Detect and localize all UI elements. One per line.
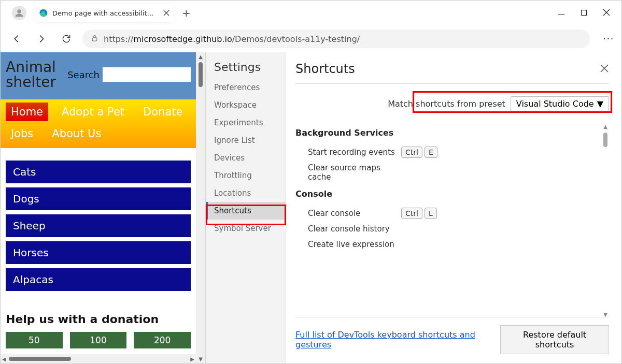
address-bar[interactable]: https://microsoftedge.github.io/Demos/de… (82, 30, 590, 48)
shortcut-name: Start recording events (308, 148, 401, 157)
tab-title: Demo page with accessibility issue (52, 9, 156, 17)
preset-label: Match shortcuts from preset (388, 99, 505, 109)
preset-row: Match shortcuts from preset Visual Studi… (295, 96, 609, 111)
animal-item-horses[interactable]: Horses (6, 241, 191, 264)
scroll-up-icon[interactable]: ▲ (199, 52, 203, 61)
window-minimize-icon[interactable] (558, 8, 565, 18)
site-horizontal-scrollbar[interactable]: ◀ ▶ (1, 354, 196, 363)
site-header: Animal shelter Search (1, 52, 196, 99)
animal-item-cats[interactable]: Cats (6, 161, 191, 183)
website-viewport: Animal shelter Search HomeAdopt a PetDon… (1, 52, 205, 363)
settings-page-title: Shortcuts (295, 62, 355, 76)
shortcut-name: Clear source maps cache (308, 163, 401, 182)
site-vertical-scrollbar[interactable]: ▲ ▼ (196, 52, 205, 363)
shortcut-name: Create live expression (308, 240, 401, 249)
settings-sidebar: Settings PreferencesWorkspaceExperiments… (206, 52, 286, 363)
nav-item-donate[interactable]: Donate (138, 103, 188, 121)
svg-point-0 (17, 9, 21, 13)
donate-button-100[interactable]: 100 (70, 332, 127, 348)
refresh-button[interactable] (58, 30, 75, 48)
keyboard-key: E (425, 147, 437, 158)
scroll-thumb[interactable] (199, 62, 203, 87)
donate-button-50[interactable]: 50 (6, 332, 63, 348)
site-nav: HomeAdopt a PetDonateJobsAbout Us (1, 99, 196, 148)
shortcuts-scroll-area: Background ServicesStart recording event… (295, 124, 609, 317)
preset-value: Visual Studio Code (516, 99, 594, 109)
new-tab-button[interactable]: + (182, 7, 191, 19)
lock-icon (91, 34, 98, 44)
window-titlebar: Demo page with accessibility issue + (1, 1, 621, 25)
settings-nav-symbol-server[interactable]: Symbol Server (206, 220, 286, 237)
shortcut-row: Clear console history (295, 221, 609, 237)
shortcut-row: Clear source maps cache (295, 160, 609, 185)
nav-item-adopt-a-pet[interactable]: Adopt a Pet (56, 103, 130, 121)
forward-button[interactable] (33, 30, 50, 48)
window-maximize-icon[interactable] (581, 8, 587, 18)
scroll-right-icon[interactable]: ▶ (189, 356, 196, 362)
chevron-down-icon: ▼ (597, 99, 603, 109)
shortcut-name: Clear console history (308, 224, 401, 234)
divider (295, 83, 609, 84)
settings-nav-throttling[interactable]: Throttling (206, 167, 286, 184)
preset-dropdown[interactable]: Visual Studio Code ▼ (511, 96, 609, 111)
keyboard-key: Ctrl (401, 208, 422, 219)
settings-nav-locations[interactable]: Locations (206, 184, 286, 202)
nav-item-jobs[interactable]: Jobs (6, 124, 38, 143)
search-label: Search (67, 69, 100, 80)
settings-nav-workspace[interactable]: Workspace (206, 96, 286, 114)
shortcut-row: Start recording eventsCtrlE (295, 144, 609, 160)
keyboard-key: L (425, 208, 437, 219)
animal-list: CatsDogsSheepHorsesAlpacas (1, 148, 196, 303)
url-text: https://microsoftedge.github.io/Demos/de… (104, 34, 360, 44)
donation-heading: Help us with a donation (1, 303, 196, 332)
animal-item-alpacas[interactable]: Alpacas (6, 268, 191, 291)
site-title: Animal shelter (6, 60, 56, 90)
tab-close-icon[interactable] (163, 8, 169, 18)
settings-nav-devices[interactable]: Devices (206, 149, 286, 167)
scroll-thumb-h[interactable] (9, 357, 71, 361)
svg-rect-3 (92, 37, 97, 40)
devtools-vertical-scrollbar[interactable]: ▲ ▼ (602, 124, 609, 317)
nav-item-home[interactable]: Home (6, 103, 48, 121)
close-settings-button[interactable] (600, 63, 609, 76)
profile-avatar[interactable] (12, 6, 26, 20)
scroll-up-icon[interactable]: ▲ (603, 124, 607, 129)
animal-item-sheep[interactable]: Sheep (6, 214, 191, 237)
animal-item-dogs[interactable]: Dogs (6, 187, 191, 210)
full-shortcuts-link[interactable]: Full list of DevTools keyboard shortcuts… (295, 330, 490, 350)
browser-menu-button[interactable]: ··· (603, 34, 614, 44)
restore-defaults-button[interactable]: Restore default shortcuts (500, 325, 609, 354)
shortcut-row: Clear consoleCtrlL (295, 205, 609, 221)
browser-tab[interactable]: Demo page with accessibility issue (34, 4, 175, 22)
shortcut-name: Clear console (308, 209, 401, 218)
donate-button-200[interactable]: 200 (134, 332, 191, 348)
settings-nav-ignore-list[interactable]: Ignore List (206, 132, 286, 149)
window-close-icon[interactable] (603, 8, 610, 18)
settings-title: Settings (206, 61, 286, 79)
settings-nav-experiments[interactable]: Experiments (206, 114, 286, 132)
section-heading: Background Services (295, 128, 609, 138)
settings-main: Shortcuts Match shortcuts from preset Vi… (286, 52, 621, 363)
scroll-down-icon[interactable]: ▼ (603, 312, 607, 317)
edge-icon (39, 8, 48, 18)
devtools-panel: Settings PreferencesWorkspaceExperiments… (205, 52, 621, 363)
settings-nav-shortcuts[interactable]: Shortcuts (206, 202, 286, 220)
back-button[interactable] (8, 30, 25, 48)
scroll-thumb[interactable] (603, 133, 607, 147)
donation-row: 50100200 (1, 332, 196, 348)
browser-toolbar: https://microsoftedge.github.io/Demos/de… (1, 25, 621, 52)
search-input[interactable] (103, 67, 191, 82)
svg-rect-2 (582, 10, 587, 15)
keyboard-key: Ctrl (401, 147, 422, 158)
scroll-down-icon[interactable]: ▼ (199, 355, 203, 363)
settings-nav-preferences[interactable]: Preferences (206, 79, 286, 96)
section-heading: Console (295, 189, 609, 199)
scroll-left-icon[interactable]: ◀ (1, 356, 8, 362)
settings-footer: Full list of DevTools keyboard shortcuts… (295, 317, 609, 363)
shortcut-row: Create live expression (295, 237, 609, 252)
nav-item-about-us[interactable]: About Us (47, 124, 106, 143)
